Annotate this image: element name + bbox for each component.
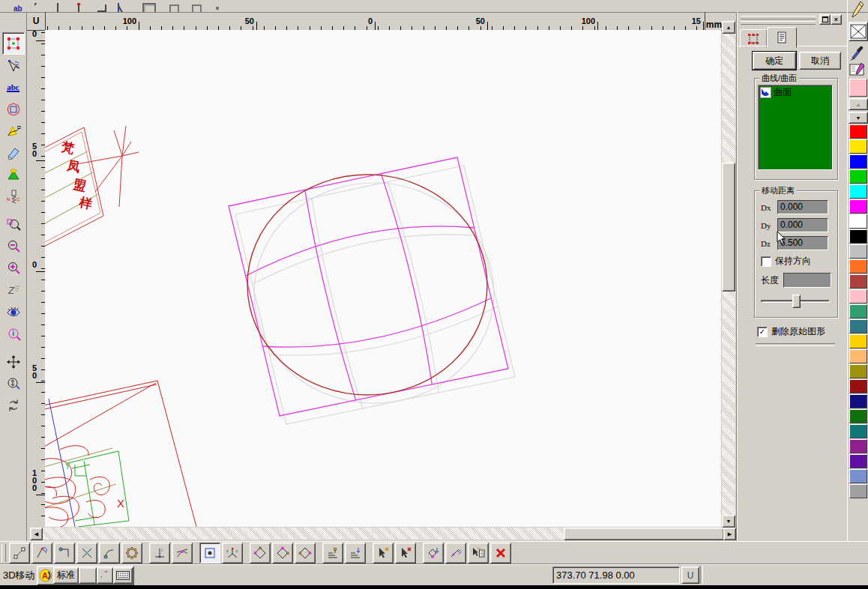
inspect-tool[interactable]: i xyxy=(3,323,24,344)
color-swatch[interactable] xyxy=(849,199,867,214)
horizontal-scrollbar[interactable]: ◀ ▶ xyxy=(30,528,736,540)
properties-tab[interactable] xyxy=(767,27,797,48)
redraw-tool[interactable] xyxy=(3,301,24,322)
scroll-down-button[interactable]: ▼ xyxy=(722,515,735,528)
align-snap[interactable] xyxy=(322,543,343,564)
cursor-node-snap[interactable] xyxy=(373,543,394,564)
ok-button[interactable]: 确定 xyxy=(753,52,796,70)
scroll-up-button[interactable]: ▲ xyxy=(722,21,735,34)
intersection-snap[interactable] xyxy=(76,543,97,564)
color-swatch[interactable] xyxy=(849,139,867,154)
vertical-scroll-thumb[interactable] xyxy=(722,163,735,292)
surface-list[interactable]: 曲面 xyxy=(758,85,833,170)
color-swatch[interactable] xyxy=(849,169,867,184)
eyedropper-button[interactable] xyxy=(848,42,867,61)
pencil-tool-button[interactable] xyxy=(848,0,867,21)
color-swatch[interactable] xyxy=(849,184,867,199)
panel-maximize-button[interactable] xyxy=(819,14,831,25)
quadrant-snap[interactable] xyxy=(121,543,142,564)
endpoint-snap[interactable] xyxy=(9,543,30,564)
zoom-object-tool[interactable] xyxy=(3,214,24,235)
ime-punctuation-button[interactable]: ," xyxy=(97,567,113,584)
tangent-snap[interactable] xyxy=(172,543,193,564)
move-node-snap[interactable] xyxy=(423,543,444,564)
color-swatch[interactable] xyxy=(849,304,867,318)
zoom-previous-tool[interactable]: Z xyxy=(3,280,24,300)
ime-name-button[interactable]: 标准 xyxy=(53,567,79,584)
align-arrow-snap[interactable] xyxy=(345,543,366,564)
zoom-in-tool[interactable] xyxy=(3,258,24,279)
color-swatch[interactable] xyxy=(849,379,867,393)
verify-snap[interactable] xyxy=(445,543,466,564)
palette-scroll-up-button[interactable]: ▲ xyxy=(849,98,868,110)
palette-edit-button[interactable] xyxy=(848,61,867,78)
color-swatch[interactable] xyxy=(849,274,867,289)
surface-list-item[interactable]: 曲面 xyxy=(759,85,832,100)
unit-toggle-button[interactable]: U xyxy=(681,567,699,584)
color-swatch[interactable] xyxy=(849,214,867,229)
drawing-canvas[interactable]: X Y 梵凤盟样 xyxy=(45,30,721,527)
color-swatch[interactable] xyxy=(849,154,867,169)
nc-tool[interactable]: NC xyxy=(3,186,24,207)
perpendicular-snap[interactable] xyxy=(149,543,170,564)
delete-original-checkbox[interactable]: ✓ xyxy=(757,327,768,337)
corner-snap[interactable] xyxy=(54,543,75,564)
current-color-swatch[interactable] xyxy=(849,79,867,97)
slider-thumb[interactable] xyxy=(792,294,801,308)
cursor-cancel-snap[interactable] xyxy=(395,543,416,564)
no-color-button[interactable] xyxy=(849,22,868,41)
zoom-out-tool[interactable] xyxy=(3,236,24,257)
curve-tool[interactable] xyxy=(3,121,24,142)
grid-snap[interactable] xyxy=(199,543,220,564)
color-swatch[interactable] xyxy=(849,259,867,274)
ruler-origin-button[interactable]: U xyxy=(27,12,46,31)
color-swatch[interactable] xyxy=(849,229,867,244)
coordinate-snap[interactable]: zx xyxy=(222,543,243,564)
cancel-snap[interactable] xyxy=(490,543,511,564)
ime-fullwidth-button[interactable] xyxy=(79,567,97,584)
color-swatch[interactable] xyxy=(849,484,867,498)
shape-tool[interactable] xyxy=(3,99,24,120)
panel-grip[interactable] xyxy=(741,16,816,25)
color-swatch[interactable] xyxy=(849,364,867,378)
color-swatch[interactable] xyxy=(849,454,867,468)
scroll-right-button[interactable]: ▶ xyxy=(723,528,736,540)
cancel-button[interactable]: 取消 xyxy=(799,52,841,70)
length-field[interactable] xyxy=(783,273,831,288)
relief-tool[interactable] xyxy=(3,164,24,185)
color-swatch[interactable] xyxy=(849,319,867,333)
color-swatch[interactable] xyxy=(849,394,867,408)
color-swatch[interactable] xyxy=(849,124,867,139)
color-swatch[interactable] xyxy=(849,439,867,453)
color-swatch[interactable] xyxy=(849,289,867,303)
diamond-snap-top[interactable] xyxy=(272,543,293,564)
ime-logo-button[interactable]: A xyxy=(38,568,53,583)
palette-scroll-down-button[interactable]: ▼ xyxy=(849,112,868,124)
scroll-left-button[interactable]: ◀ xyxy=(30,528,43,540)
panel-close-button[interactable]: × xyxy=(831,14,842,25)
color-swatch[interactable] xyxy=(849,469,867,483)
color-swatch[interactable] xyxy=(849,409,867,423)
diamond-snap-right[interactable] xyxy=(295,543,316,564)
vertical-scrollbar[interactable]: ▲ ▼ xyxy=(722,21,735,528)
keep-direction-checkbox[interactable] xyxy=(761,256,771,267)
dx-field[interactable]: 0.000 xyxy=(777,200,828,214)
select-tool[interactable] xyxy=(2,32,25,55)
length-slider[interactable] xyxy=(761,294,833,307)
node-snap[interactable] xyxy=(31,543,52,564)
ime-keyboard-button[interactable] xyxy=(113,567,133,584)
color-swatch[interactable] xyxy=(849,244,867,259)
refresh-tool[interactable] xyxy=(3,395,24,416)
pan-tool[interactable] xyxy=(3,351,24,372)
text-tool[interactable]: abc xyxy=(3,77,24,98)
select-list-snap[interactable] xyxy=(468,543,489,564)
arc-snap[interactable] xyxy=(99,543,120,564)
horizontal-scroll-thumb[interactable] xyxy=(564,528,724,540)
eraser-tool[interactable] xyxy=(3,142,24,163)
node-edit-tool[interactable] xyxy=(3,55,24,76)
color-swatch[interactable] xyxy=(849,424,867,438)
diamond-snap-left[interactable] xyxy=(250,543,271,564)
snap-toolbar-grip[interactable] xyxy=(1,544,6,562)
color-swatch[interactable] xyxy=(849,349,867,363)
color-swatch[interactable] xyxy=(849,334,867,348)
